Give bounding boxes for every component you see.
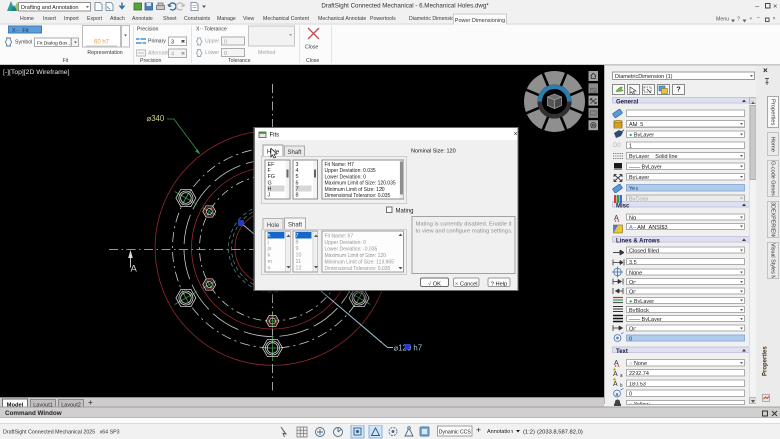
svg-text:A: A: [613, 380, 618, 387]
svg-text:A: A: [614, 214, 619, 221]
svg-text:a: a: [620, 373, 623, 378]
svg-text:⌀340: ⌀340: [147, 114, 165, 123]
svg-text:D0: D0: [613, 142, 621, 148]
svg-text:A: A: [614, 359, 619, 366]
svg-text:A: A: [131, 263, 138, 274]
svg-text:b: b: [620, 383, 623, 388]
svg-text:A: A: [613, 370, 618, 377]
svg-text:a: a: [616, 391, 619, 397]
